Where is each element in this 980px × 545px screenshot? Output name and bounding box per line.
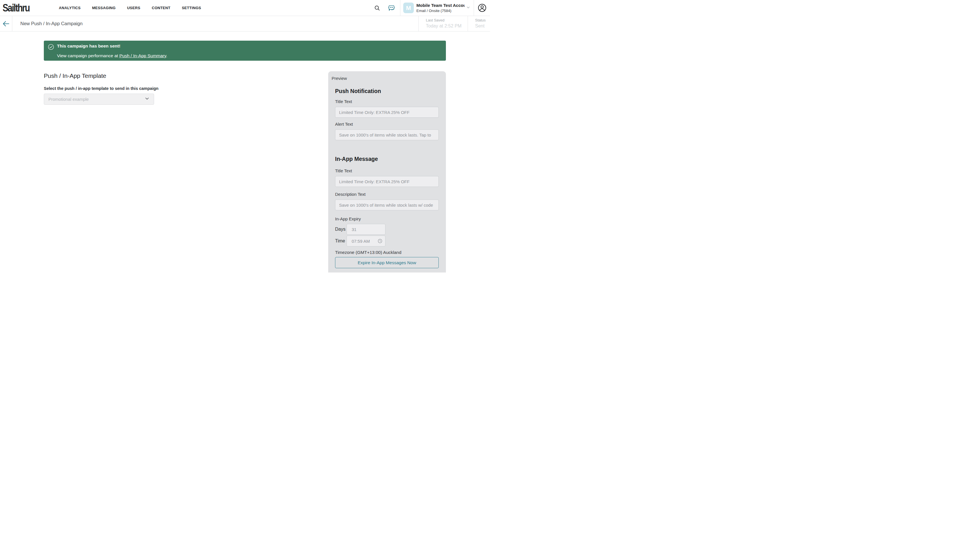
banner-text: This campaign has been sent! View campai… [57, 43, 167, 61]
expire-inapp-messages-button[interactable]: Expire In-App Messages Now [335, 257, 439, 268]
inapp-title-input[interactable]: Limited Time Only: EXTRA 25% OFF [335, 176, 439, 187]
template-section: Push / In-App Template Select the push /… [44, 71, 328, 272]
check-circle-icon [48, 44, 54, 61]
template-select-label: Select the push / in-app template to sen… [44, 86, 328, 91]
clock-icon [378, 239, 382, 243]
back-arrow-icon[interactable] [0, 16, 12, 31]
template-heading: Push / In-App Template [44, 72, 328, 79]
campaign-header-bar: New Push / In-App Campaign Last Saved To… [0, 16, 490, 32]
time-input[interactable]: 07:59 AM [347, 235, 385, 246]
status-value: Sent [475, 24, 490, 29]
push-notification-heading: Push Notification [335, 87, 439, 94]
nav-analytics[interactable]: ANALYTICS [59, 6, 81, 10]
summary-link[interactable]: Push / In-App Summary [119, 53, 166, 58]
push-title-label: Title Text [335, 99, 439, 104]
nav-settings[interactable]: SETTINGS [182, 6, 201, 10]
user-profile-icon[interactable] [474, 3, 490, 12]
account-text: Mobile Team Test Accou... Email / Onsite… [417, 3, 465, 13]
template-select[interactable]: Promotional example [44, 94, 154, 105]
chevron-down-icon [145, 96, 150, 102]
main-content: This campaign has been sent! View campai… [0, 41, 490, 272]
inapp-expiry-heading: In-App Expiry [335, 216, 439, 222]
inapp-title-label: Title Text [335, 168, 439, 173]
days-label: Days [335, 227, 347, 232]
nav-messaging[interactable]: MESSAGING [92, 6, 115, 10]
timezone-text: Timezone (GMT+13:00) Auckland [335, 250, 439, 255]
status-label: Status [475, 18, 490, 22]
account-avatar: M [403, 3, 414, 13]
expiry-days-row: Days 31 [335, 224, 439, 235]
time-value: 07:59 AM [352, 239, 378, 243]
days-value: 31 [352, 227, 382, 232]
last-saved-cell: Last Saved Today at 2:52 PM [418, 16, 468, 31]
banner-message: View campaign performance at Push / In-A… [57, 53, 167, 59]
expiry-time-row: Time 07:59 AM [335, 235, 439, 246]
status-cell: Status Sent [468, 16, 490, 31]
inapp-message-heading: In-App Message [335, 156, 439, 162]
banner-message-prefix: View campaign performance at [57, 53, 119, 58]
nav-content[interactable]: CONTENT [152, 6, 170, 10]
chevron-down-icon [466, 5, 470, 11]
nav-users[interactable]: USERS [127, 6, 140, 10]
inapp-description-input[interactable]: Save on 1000's of items while stock last… [335, 200, 439, 210]
account-name: Mobile Team Test Accou... [417, 3, 465, 8]
preview-panel-label: Preview [332, 76, 439, 81]
banner-message-suffix: . [166, 53, 167, 58]
template-select-value: Promotional example [48, 97, 145, 102]
top-navigation-bar: Sailthru ANALYTICS MESSAGING USERS CONTE… [0, 0, 490, 16]
account-switcher[interactable]: M Mobile Team Test Accou... Email / Onsi… [400, 3, 474, 13]
preview-panel: Preview Push Notification Title Text Lim… [328, 71, 446, 272]
banner-title: This campaign has been sent! [57, 43, 167, 49]
push-alert-input[interactable]: Save on 1000's of items while stock last… [335, 129, 439, 140]
assistant-chatbot-icon[interactable] [388, 5, 395, 11]
days-input[interactable]: 31 [347, 224, 385, 235]
time-label: Time [335, 238, 347, 243]
push-title-input[interactable]: Limited Time Only: EXTRA 25% OFF [335, 107, 439, 118]
success-banner: This campaign has been sent! View campai… [44, 41, 446, 61]
last-saved-label: Last Saved [426, 18, 468, 22]
main-nav: ANALYTICS MESSAGING USERS CONTENT SETTIN… [59, 6, 201, 10]
last-saved-value: Today at 2:52 PM [426, 24, 468, 29]
inapp-description-label: Description Text [335, 192, 439, 197]
search-icon[interactable] [374, 5, 380, 11]
account-subtitle: Email / Onsite (7584) [417, 9, 465, 13]
page-title: New Push / In-App Campaign [20, 21, 83, 26]
push-alert-label: Alert Text [335, 122, 439, 127]
sailthru-logo[interactable]: Sailthru [3, 2, 30, 14]
